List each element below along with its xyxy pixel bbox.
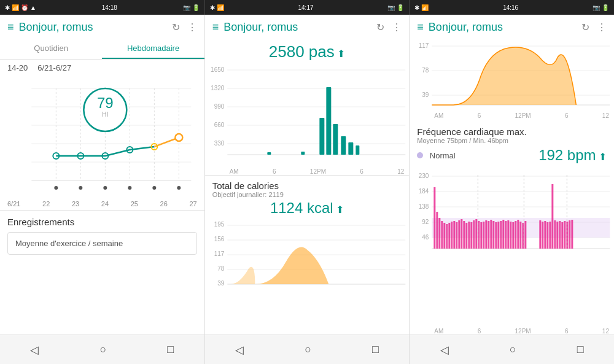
svg-text:78: 78 bbox=[217, 265, 225, 272]
status-time-1: 14:18 bbox=[102, 4, 117, 11]
svg-rect-41 bbox=[326, 87, 331, 155]
svg-rect-100 bbox=[495, 222, 497, 249]
steps-x-am: AM bbox=[230, 168, 239, 175]
normal-indicator: Normal bbox=[417, 150, 455, 161]
home-button-1[interactable]: ○ bbox=[90, 338, 116, 361]
more-icon-2[interactable]: ⋮ bbox=[392, 21, 402, 33]
home-button-3[interactable]: ○ bbox=[500, 338, 526, 361]
svg-rect-119 bbox=[554, 220, 556, 249]
recordings-title: Enregistrements bbox=[7, 217, 197, 227]
calories-area-chart: 195 156 117 78 39 bbox=[205, 219, 410, 335]
day-label-2: 23 bbox=[72, 200, 79, 207]
bar-x-am: AM bbox=[434, 328, 443, 335]
back-button-2[interactable]: ◁ bbox=[225, 338, 254, 362]
svg-point-22 bbox=[79, 186, 82, 190]
area-x-12: 12 bbox=[602, 112, 609, 119]
svg-rect-101 bbox=[498, 222, 500, 249]
svg-point-25 bbox=[152, 186, 156, 190]
hr-area-x-labels: AM 6 12PM 6 12 bbox=[410, 112, 614, 122]
hr-line-chart-svg: 79 HI bbox=[2, 76, 202, 199]
svg-text:46: 46 bbox=[422, 234, 430, 241]
svg-rect-96 bbox=[486, 220, 488, 249]
recents-button-3[interactable]: □ bbox=[567, 338, 594, 361]
bt-icon-2: ✱ bbox=[210, 4, 215, 11]
svg-rect-116 bbox=[547, 222, 549, 249]
steps-x-12: 12 bbox=[397, 168, 404, 175]
status-icons-left-2: ✱ 📶 bbox=[210, 4, 224, 11]
svg-rect-81 bbox=[449, 223, 451, 249]
area-x-12pm: 12PM bbox=[515, 112, 531, 119]
hamburger-icon-1[interactable]: ≡ bbox=[7, 21, 14, 34]
day-label-6: 27 bbox=[189, 200, 196, 207]
steps-up-icon: ⬆ bbox=[337, 48, 345, 59]
panel3-header: ≡ Bonjour, romus ↻ ⋮ bbox=[410, 15, 614, 39]
bottom-navs: ◁ ○ □ ◁ ○ □ ◁ ○ □ bbox=[0, 335, 614, 364]
steps-x-12pm: 12PM bbox=[310, 168, 326, 175]
more-icon-1[interactable]: ⋮ bbox=[187, 21, 197, 33]
recents-button-1[interactable]: □ bbox=[157, 338, 184, 361]
svg-rect-42 bbox=[333, 124, 338, 155]
tab-hebdomadaire[interactable]: Hebdomadaire bbox=[102, 39, 204, 59]
tab-quotidien[interactable]: Quotidien bbox=[0, 39, 102, 59]
calories-section: Total de calories Objectif journalier: 2… bbox=[205, 175, 410, 219]
freq-section: Fréquence cardiaque max. Moyenne 75bpm /… bbox=[410, 122, 614, 169]
day-labels: 6/21 22 23 24 25 26 27 bbox=[0, 199, 204, 207]
bar-x-6b: 6 bbox=[565, 328, 569, 335]
svg-rect-84 bbox=[456, 222, 458, 249]
panel3-actions: ↻ ⋮ bbox=[581, 21, 607, 33]
svg-rect-83 bbox=[454, 221, 456, 249]
hamburger-icon-2[interactable]: ≡ bbox=[212, 21, 219, 34]
bt-icon-3: ✱ bbox=[414, 4, 419, 11]
week-nav: 14-20 6/21-6/27 bbox=[0, 60, 204, 76]
calories-value-row: 1124 kcal ⬆ bbox=[212, 199, 402, 217]
svg-rect-104 bbox=[505, 221, 507, 249]
steps-x-labels: AM 6 12PM 6 12 bbox=[205, 167, 410, 175]
status-icons-left-3: ✱ 📶 bbox=[414, 4, 429, 11]
svg-point-24 bbox=[128, 186, 131, 190]
day-label-1: 22 bbox=[42, 200, 50, 207]
back-button-1[interactable]: ◁ bbox=[20, 338, 49, 362]
svg-rect-45 bbox=[356, 145, 359, 155]
day-label-5: 26 bbox=[160, 200, 168, 207]
svg-rect-125 bbox=[569, 220, 571, 249]
recording-item[interactable]: Moyenne d'exercice / semaine bbox=[7, 232, 197, 255]
hr-area-svg: 117 78 39 bbox=[410, 39, 614, 112]
svg-text:1650: 1650 bbox=[211, 66, 225, 73]
svg-rect-90 bbox=[471, 222, 473, 249]
svg-rect-123 bbox=[564, 221, 566, 249]
panel1-actions: ↻ ⋮ bbox=[172, 21, 197, 33]
svg-point-23 bbox=[103, 186, 107, 190]
status-bar-1: ✱ 📶 ⏰ ▲ 14:18 📷🔋 bbox=[0, 0, 204, 15]
calories-value: 1124 kcal bbox=[270, 199, 333, 216]
wifi-icon-1: 📶 bbox=[12, 4, 19, 11]
svg-rect-107 bbox=[513, 222, 515, 249]
refresh-icon-1[interactable]: ↻ bbox=[172, 21, 180, 33]
refresh-icon-2[interactable]: ↻ bbox=[376, 21, 384, 33]
more-icon-3[interactable]: ⋮ bbox=[597, 21, 607, 33]
steps-chart: 1650 1320 990 660 330 bbox=[205, 63, 410, 167]
svg-rect-79 bbox=[444, 223, 446, 249]
svg-rect-108 bbox=[515, 221, 517, 249]
alarm-icon-1: ⏰ bbox=[21, 4, 28, 11]
svg-rect-105 bbox=[508, 220, 510, 249]
svg-point-17 bbox=[175, 134, 182, 141]
area-x-6b: 6 bbox=[565, 112, 569, 119]
svg-text:117: 117 bbox=[214, 250, 224, 257]
hamburger-icon-3[interactable]: ≡ bbox=[417, 21, 424, 34]
freq-normal-row: Normal 192 bpm ⬆ bbox=[417, 147, 607, 164]
refresh-icon-3[interactable]: ↻ bbox=[581, 21, 589, 33]
calories-chart-svg: 195 156 117 78 39 bbox=[205, 219, 410, 293]
steps-chart-svg: 1650 1320 990 660 330 bbox=[205, 63, 410, 167]
recents-button-2[interactable]: □ bbox=[362, 338, 389, 361]
wifi-icon-2: 📶 bbox=[217, 4, 224, 11]
bar-x-12pm: 12PM bbox=[515, 328, 531, 335]
home-button-2[interactable]: ○ bbox=[295, 338, 321, 361]
back-button-3[interactable]: ◁ bbox=[430, 338, 459, 362]
svg-rect-117 bbox=[550, 222, 551, 249]
svg-rect-76 bbox=[437, 212, 438, 249]
svg-rect-77 bbox=[439, 218, 441, 249]
hr-bar-x-labels: AM 6 12PM 6 12 bbox=[410, 328, 614, 335]
status-time-3: 14:16 bbox=[503, 4, 518, 11]
svg-text:660: 660 bbox=[214, 122, 224, 128]
steps-value: 2580 pas bbox=[269, 42, 335, 61]
